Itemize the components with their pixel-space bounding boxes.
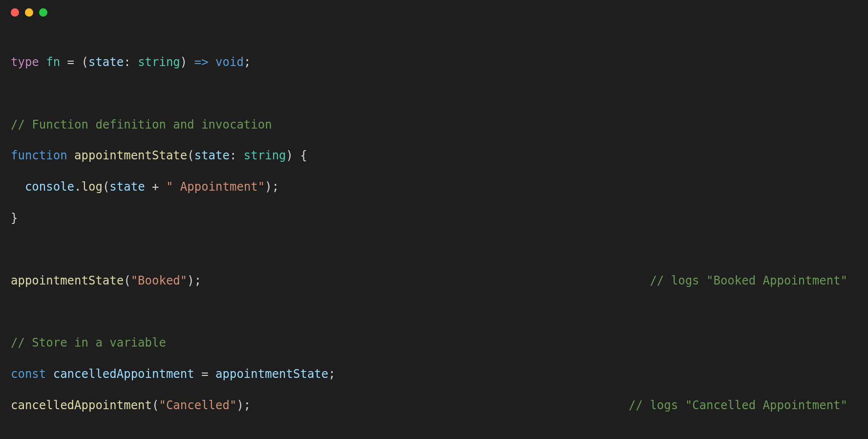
closing-brace: } bbox=[11, 211, 18, 225]
function-call: cancelledAppointment bbox=[11, 398, 152, 412]
parameter-name: state bbox=[194, 149, 230, 162]
close-icon[interactable] bbox=[11, 8, 19, 17]
identifier-state: state bbox=[109, 180, 145, 194]
string-literal: " Appointment" bbox=[166, 180, 265, 194]
code-line: console.log(state + " Appointment"); bbox=[11, 179, 857, 195]
blank-line bbox=[11, 242, 857, 258]
code-editor[interactable]: type fn = (state: string) => void; // Fu… bbox=[0, 24, 868, 439]
code-line: const cancelledAppointment = appointment… bbox=[11, 367, 857, 382]
identifier-console: console bbox=[25, 180, 74, 194]
minimize-icon[interactable] bbox=[25, 8, 33, 17]
blank-line bbox=[11, 86, 857, 102]
code-line: cancelledAppointment("Cancelled");// log… bbox=[11, 398, 857, 414]
keyword-const: const bbox=[11, 367, 46, 381]
keyword-type: type bbox=[11, 55, 39, 69]
type-alias-name: fn bbox=[46, 55, 60, 69]
maximize-icon[interactable] bbox=[39, 8, 47, 17]
function-name: appointmentState bbox=[74, 149, 187, 162]
code-line: // Function definition and invocation bbox=[11, 117, 857, 133]
code-line: function appointmentState(state: string)… bbox=[11, 148, 857, 164]
comment: // logs "Cancelled Appointment" bbox=[629, 398, 857, 414]
comment: // logs "Booked Appointment" bbox=[650, 273, 857, 289]
keyword-function: function bbox=[11, 149, 67, 162]
comment: // Function definition and invocation bbox=[11, 118, 272, 132]
variable-name: cancelledAppointment bbox=[53, 367, 194, 381]
type-void: void bbox=[215, 55, 244, 69]
code-line: appointmentState("Booked");// logs "Book… bbox=[11, 273, 857, 289]
code-line: type fn = (state: string) => void; bbox=[11, 55, 857, 70]
string-literal: "Cancelled" bbox=[159, 398, 236, 412]
string-literal: "Booked" bbox=[131, 274, 188, 287]
blank-line bbox=[11, 429, 857, 439]
parameter-name: state bbox=[88, 55, 124, 69]
code-window: type fn = (state: string) => void; // Fu… bbox=[0, 0, 868, 439]
type-string: string bbox=[138, 55, 180, 69]
code-line: } bbox=[11, 211, 857, 226]
identifier: appointmentState bbox=[215, 367, 328, 381]
type-string: string bbox=[244, 149, 286, 162]
method-log: log bbox=[82, 180, 103, 194]
function-call: appointmentState bbox=[11, 274, 124, 287]
window-titlebar bbox=[0, 0, 868, 24]
arrow-operator: => bbox=[187, 55, 215, 69]
comment: // Store in a variable bbox=[11, 336, 166, 350]
blank-line bbox=[11, 304, 857, 320]
code-line: // Store in a variable bbox=[11, 335, 857, 351]
